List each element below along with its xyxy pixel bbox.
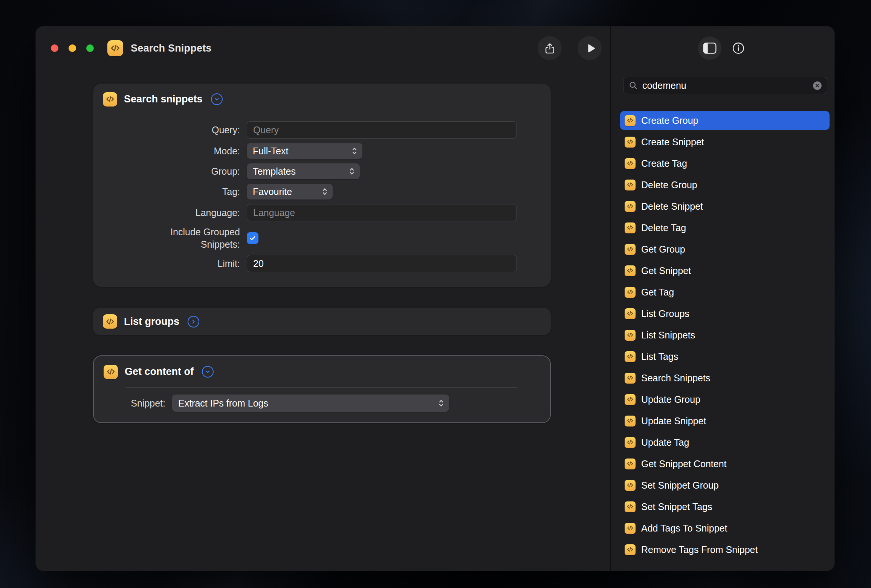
chevron-right-icon[interactable]: [188, 316, 199, 328]
snippet-select[interactable]: Extract IPs from Logs: [172, 395, 449, 412]
chevron-down-icon[interactable]: [211, 93, 223, 105]
codemenu-icon: [103, 92, 117, 107]
tag-row: Tag: Favourite: [93, 184, 517, 200]
mode-row: Mode: Full-Text: [93, 143, 517, 159]
limit-input[interactable]: [247, 255, 517, 272]
snippet-label: Snippet:: [94, 398, 165, 409]
action-list-item[interactable]: Set Snippet Tags: [620, 497, 830, 516]
action-list-item[interactable]: List Snippets: [620, 326, 830, 344]
action-title: List groups: [124, 316, 179, 328]
limit-label: Limit:: [217, 258, 240, 269]
codemenu-icon: [625, 222, 636, 233]
run-shortcut-button[interactable]: [578, 36, 602, 60]
action-header: List groups: [93, 308, 551, 335]
codemenu-icon: [625, 158, 636, 169]
codemenu-icon: [625, 308, 636, 319]
action-list-groups[interactable]: List groups: [93, 308, 551, 335]
action-list-item[interactable]: Delete Tag: [620, 218, 830, 237]
snippet-value: Extract IPs from Logs: [178, 398, 268, 409]
codemenu-icon: [625, 394, 636, 405]
codemenu-icon: [625, 115, 636, 126]
query-row: Query:: [93, 121, 517, 139]
action-list-item[interactable]: Get Snippet: [620, 261, 830, 280]
action-list-item[interactable]: Delete Group: [620, 175, 830, 194]
action-item-label: Set Snippet Tags: [641, 501, 712, 512]
share-button[interactable]: [538, 36, 562, 60]
clear-icon: [812, 81, 822, 91]
tag-value: Favourite: [253, 186, 292, 197]
divider: [126, 387, 517, 388]
close-button[interactable]: [51, 44, 58, 52]
chevron-up-down-icon: [322, 187, 328, 197]
action-item-label: Set Snippet Group: [641, 480, 719, 491]
group-select[interactable]: Templates: [247, 163, 360, 179]
chevron-up-down-icon: [349, 166, 355, 176]
action-list-item[interactable]: Update Snippet: [620, 411, 830, 430]
action-item-label: List Groups: [641, 308, 689, 319]
action-list-item[interactable]: Get Snippet Content: [620, 454, 830, 473]
action-search-input[interactable]: [642, 80, 808, 91]
action-item-label: Search Snippets: [641, 373, 710, 384]
action-search-field[interactable]: [623, 77, 827, 94]
fullscreen-button[interactable]: [86, 44, 94, 52]
action-item-label: Update Tag: [641, 437, 689, 448]
tag-label: Tag:: [222, 186, 240, 197]
codemenu-icon: [625, 180, 636, 190]
limit-row: Limit:: [93, 255, 517, 272]
action-list-item[interactable]: Get Tag: [620, 283, 830, 302]
codemenu-icon: [104, 365, 118, 379]
chevron-down-icon[interactable]: [202, 366, 214, 378]
action-title: Search snippets: [124, 93, 203, 105]
action-parameters: Query: Mode: Full-Text Group: Templat: [93, 115, 551, 272]
language-input[interactable]: [247, 204, 517, 221]
action-search-snippets[interactable]: Search snippets Query: Mode: Full-Text: [93, 84, 551, 287]
action-item-label: Add Tags To Snippet: [641, 523, 727, 534]
codemenu-icon: [625, 137, 636, 148]
query-label: Query:: [212, 125, 240, 136]
action-list-item[interactable]: Set Snippet Group: [620, 476, 830, 495]
chevron-up-down-icon: [438, 398, 444, 408]
action-list-item[interactable]: List Tags: [620, 347, 830, 366]
action-list-item[interactable]: Get Group: [620, 240, 830, 259]
action-list-item[interactable]: Create Group: [620, 111, 830, 130]
action-item-label: Get Tag: [641, 287, 674, 298]
action-get-content-of[interactable]: Get content of Snippet: Extract IPs from…: [93, 355, 551, 423]
shortcuts-window: Search Snippets: [36, 26, 834, 571]
tag-select[interactable]: Favourite: [247, 184, 333, 200]
share-icon: [544, 42, 556, 55]
codemenu-icon: [625, 244, 636, 255]
minimize-button[interactable]: [69, 44, 76, 52]
codemenu-icon: [625, 201, 636, 212]
codemenu-icon: [625, 287, 636, 298]
codemenu-icon: [103, 314, 117, 329]
action-item-label: Delete Snippet: [641, 201, 703, 212]
action-list-item[interactable]: Delete Snippet: [620, 197, 830, 216]
title-group: Search Snippets: [107, 26, 212, 70]
action-item-label: Delete Tag: [641, 222, 686, 233]
action-list-item[interactable]: Remove Tags From Snippet: [620, 540, 830, 559]
action-list-item[interactable]: Create Tag: [620, 154, 830, 173]
action-list-item[interactable]: Search Snippets: [620, 369, 830, 387]
action-header: Get content of: [94, 356, 550, 387]
group-value: Templates: [253, 166, 296, 177]
action-item-label: Remove Tags From Snippet: [641, 544, 758, 555]
action-item-label: Get Snippet: [641, 265, 691, 276]
action-library-sidebar: Create GroupCreate SnippetCreate TagDele…: [611, 26, 834, 571]
window-title: Search Snippets: [131, 43, 212, 54]
mode-select[interactable]: Full-Text: [247, 143, 362, 159]
codemenu-icon: [625, 480, 636, 491]
action-list-item[interactable]: Create Snippet: [620, 133, 830, 151]
query-input[interactable]: [247, 121, 517, 139]
codemenu-icon: [625, 265, 636, 276]
codemenu-icon: [625, 523, 636, 534]
search-icon: [629, 81, 638, 90]
action-list-item[interactable]: Update Group: [620, 390, 830, 409]
include-grouped-checkbox[interactable]: [247, 232, 258, 244]
chevron-up-down-icon: [351, 146, 358, 156]
action-list-item[interactable]: Update Tag: [620, 433, 830, 452]
clear-search-button[interactable]: [812, 81, 822, 91]
action-list-item[interactable]: Add Tags To Snippet: [620, 519, 830, 538]
check-icon: [249, 235, 256, 242]
action-list-item[interactable]: List Groups: [620, 304, 830, 323]
mode-value: Full-Text: [253, 146, 288, 157]
